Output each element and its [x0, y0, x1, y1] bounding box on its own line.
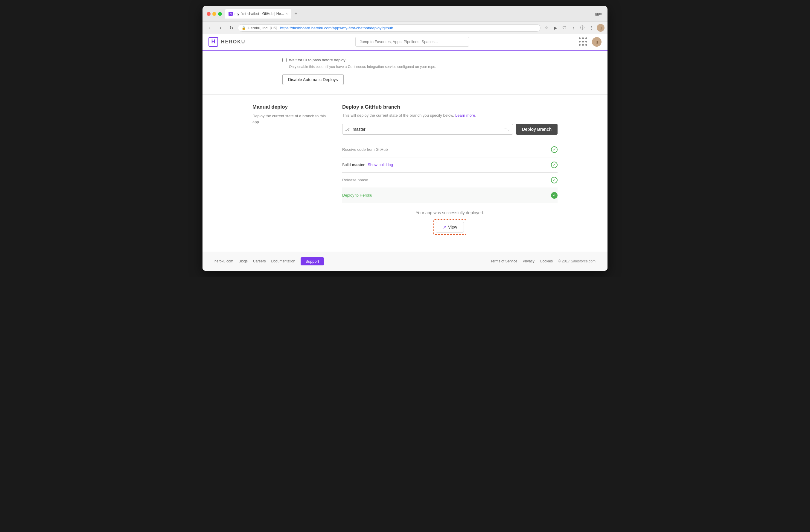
github-branch-title: Deploy a GitHub branch — [342, 104, 557, 110]
view-button-wrapper: ↗ View — [433, 219, 466, 235]
ci-checkbox-label: Wait for CI to pass before deploy — [289, 58, 345, 62]
footer-link-heroku[interactable]: heroku.com — [214, 259, 233, 263]
manual-deploy-desc: Deploy the current state of a branch to … — [253, 113, 330, 125]
show-build-log-link[interactable]: Show build log — [368, 162, 393, 167]
tab-title: my-first-chatbot · GitHub | He... — [234, 12, 284, 16]
close-traffic-light[interactable] — [207, 12, 211, 16]
deploy-steps: Receive code from GitHub ✓ Build master … — [342, 142, 557, 203]
address-origin: Heroku, Inc. [US] — [248, 26, 277, 30]
tab-bar: H my-first-chatbot · GitHub | He... × + — [225, 9, 592, 19]
deploy-branch-button[interactable]: Deploy Branch — [516, 124, 557, 135]
heroku-avatar[interactable]: g — [592, 37, 601, 47]
step-receive-code-check: ✓ — [551, 146, 557, 153]
learn-more-link[interactable]: Learn more — [455, 113, 475, 117]
ci-checkbox-row: Wait for CI to pass before deploy — [282, 58, 528, 62]
maximize-traffic-light[interactable] — [218, 12, 222, 16]
heroku-logo-text: HEROKU — [221, 39, 245, 45]
branch-select[interactable]: master — [342, 124, 513, 135]
step-release-label: Release phase — [342, 178, 368, 182]
username-display: ggm — [595, 12, 602, 16]
info-button[interactable]: ⓘ — [579, 24, 586, 31]
manual-deploy-right: Deploy a GitHub branch This will deploy … — [342, 104, 557, 242]
view-button-label: View — [448, 225, 457, 229]
footer-link-cookies[interactable]: Cookies — [540, 259, 553, 263]
footer: heroku.com Blogs Careers Documentation S… — [202, 252, 608, 271]
deploy-step-heroku: Deploy to Heroku ✓ — [342, 188, 557, 203]
footer-link-privacy[interactable]: Privacy — [522, 259, 534, 263]
address-text: Heroku, Inc. [US] https://dashboard.hero… — [248, 26, 393, 30]
grid-icon[interactable] — [579, 37, 588, 46]
manual-deploy-section: Manual deploy Deploy the current state o… — [241, 95, 569, 252]
view-button-icon: ↗ — [443, 225, 446, 229]
success-text: Your app was successfully deployed. — [342, 210, 557, 215]
address-bar[interactable]: 🔒 Heroku, Inc. [US] https://dashboard.he… — [238, 24, 540, 32]
heroku-logo: H HEROKU — [209, 37, 245, 47]
view-button[interactable]: ↗ View — [436, 222, 464, 232]
ci-description: Only enable this option if you have a Co… — [282, 65, 528, 69]
disable-automatic-deploys-button[interactable]: Disable Automatic Deploys — [282, 74, 344, 85]
browser-window: H my-first-chatbot · GitHub | He... × + … — [202, 6, 608, 271]
heroku-nav-icons: g — [579, 37, 601, 47]
success-section: Your app was successfully deployed. ↗ Vi… — [342, 203, 557, 242]
footer-link-terms[interactable]: Terms of Service — [490, 259, 517, 263]
search-input[interactable] — [355, 37, 469, 47]
footer-support-button[interactable]: Support — [301, 257, 324, 265]
bookmark-button[interactable]: ☆ — [543, 24, 550, 31]
footer-copyright: © 2017 Salesforce.com — [558, 259, 596, 263]
cast-button[interactable]: ▶ — [552, 24, 559, 31]
github-branch-desc: This will deploy the current state of th… — [342, 113, 557, 118]
active-tab[interactable]: H my-first-chatbot · GitHub | He... × — [225, 9, 291, 19]
nav-bar: ‹ › ↻ 🔒 Heroku, Inc. [US] https://dashbo… — [202, 22, 608, 34]
step-receive-code-label: Receive code from GitHub — [342, 147, 388, 152]
ci-checkbox[interactable] — [282, 58, 287, 62]
footer-left: heroku.com Blogs Careers Documentation S… — [214, 257, 324, 265]
tab-close-button[interactable]: × — [286, 12, 288, 16]
manual-deploy-left: Manual deploy Deploy the current state o… — [253, 104, 330, 242]
back-button[interactable]: ‹ — [206, 23, 214, 32]
minimize-traffic-light[interactable] — [212, 12, 216, 16]
lock-icon: 🔒 — [242, 26, 246, 30]
heroku-search[interactable] — [355, 37, 469, 47]
footer-link-careers[interactable]: Careers — [253, 259, 266, 263]
new-tab-button[interactable]: + — [293, 11, 299, 17]
browser-titlebar: H my-first-chatbot · GitHub | He... × + … — [202, 6, 608, 22]
deploy-step-receive-code: Receive code from GitHub ✓ — [342, 142, 557, 157]
heroku-header: H HEROKU g — [202, 34, 608, 51]
nav-actions: ☆ ▶ 🛡 ↕ ⓘ ⋮ g — [543, 24, 604, 32]
step-build-label: Build master — [342, 162, 364, 167]
deploy-step-release: Release phase ✓ — [342, 173, 557, 188]
user-avatar[interactable]: g — [597, 24, 604, 32]
manual-deploy-title: Manual deploy — [253, 104, 330, 110]
forward-button[interactable]: › — [216, 23, 225, 32]
sync-button[interactable]: ↕ — [570, 24, 577, 31]
auto-deploy-section: Wait for CI to pass before deploy Only e… — [271, 51, 539, 94]
branch-icon: ⎇ — [345, 127, 350, 131]
page-content: H HEROKU g Wait fo — [202, 34, 608, 271]
menu-button[interactable]: ⋮ — [588, 24, 595, 31]
tab-favicon: H — [228, 12, 233, 16]
step-build-bold: master — [352, 162, 365, 167]
traffic-lights — [207, 12, 222, 16]
footer-link-documentation[interactable]: Documentation — [271, 259, 295, 263]
step-deploy-label: Deploy to Heroku — [342, 193, 372, 197]
footer-right: Terms of Service Privacy Cookies © 2017 … — [490, 259, 596, 263]
step-release-check: ✓ — [551, 177, 557, 183]
step-build-check: ✓ — [551, 162, 557, 168]
heroku-logo-icon: H — [209, 37, 218, 47]
address-path: https://dashboard.heroku.com/apps/my-fir… — [280, 26, 393, 30]
deploy-step-build: Build master Show build log ✓ — [342, 157, 557, 173]
refresh-button[interactable]: ↻ — [227, 23, 236, 32]
shield-button[interactable]: 🛡 — [561, 24, 568, 31]
branch-select-wrapper: ⎇ master ⌃⌄ — [342, 124, 513, 135]
step-deploy-check: ✓ — [551, 192, 557, 199]
footer-link-blogs[interactable]: Blogs — [239, 259, 248, 263]
branch-selector-row: ⎇ master ⌃⌄ Deploy Branch — [342, 124, 557, 135]
